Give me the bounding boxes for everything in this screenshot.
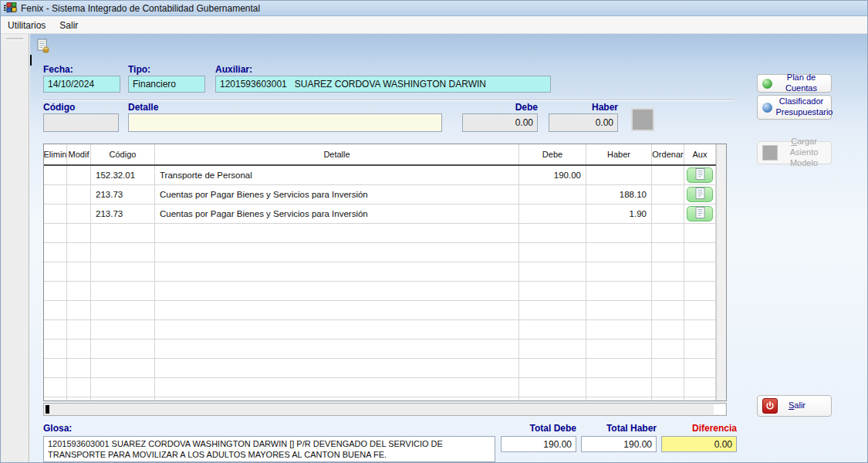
debe-cell[interactable] [519,262,586,281]
plan-de-cuentas-button[interactable]: Plan de Cuentas [757,74,832,93]
detalle-cell[interactable] [155,320,519,339]
table-row-empty[interactable] [44,262,716,282]
table-row-empty[interactable] [44,301,716,320]
clasificador-presupuestario-button[interactable]: Clasificador Presupuestario [757,95,832,120]
debe-cell[interactable] [519,185,586,204]
haber-cell[interactable] [586,320,652,339]
ordenar-cell[interactable] [652,262,684,281]
aux-cell[interactable] [684,340,716,358]
ordenar-cell[interactable] [652,243,684,262]
elimin-cell[interactable] [44,185,67,204]
modif-cell[interactable] [67,166,91,184]
codigo-cell[interactable] [91,359,155,377]
modif-cell[interactable] [67,243,91,262]
detalle-cell[interactable] [155,340,519,358]
detalle-cell[interactable] [155,243,519,262]
detalle-field[interactable] [128,113,442,132]
table-row[interactable]: 152.32.01 Transporte de Personal 190.00 [44,166,716,185]
detalle-cell[interactable]: Cuentas por Pagar Bienes y Servicios par… [155,204,519,223]
codigo-cell[interactable] [91,282,155,300]
ordenar-cell[interactable] [652,320,684,339]
haber-cell[interactable] [586,262,652,281]
ordenar-cell[interactable] [652,282,684,300]
ordenar-cell[interactable] [652,340,684,358]
detalle-cell[interactable]: Cuentas por Pagar Bienes y Servicios par… [155,185,519,204]
debe-cell[interactable] [519,301,586,319]
auxiliar-field[interactable]: 1201593603001 SUAREZ CORDOVA WASHINGTON … [215,76,551,93]
codigo-cell[interactable] [91,378,155,397]
aux-cell[interactable] [684,320,716,339]
aux-button[interactable] [687,187,713,202]
scrollbar-thumb[interactable] [46,405,49,414]
codigo-cell[interactable] [91,301,155,319]
ordenar-cell[interactable] [652,204,684,223]
aux-cell[interactable] [684,262,716,281]
codigo-cell[interactable] [91,262,155,281]
aux-cell[interactable] [684,282,716,300]
detalle-cell[interactable] [155,359,519,377]
codigo-cell[interactable] [91,320,155,339]
codigo-cell[interactable] [91,224,155,242]
aux-cell[interactable] [684,301,716,319]
debe-cell[interactable] [519,282,586,300]
codigo-cell[interactable] [91,340,155,358]
debe-cell[interactable] [519,397,586,401]
debe-cell[interactable] [519,359,586,377]
debe-cell[interactable] [519,340,586,358]
tipo-field[interactable]: Financiero [128,76,205,93]
detalle-cell[interactable] [155,378,519,397]
elimin-cell[interactable] [44,359,67,377]
codigo-cell[interactable]: 152.32.01 [91,166,155,184]
haber-cell[interactable] [586,243,652,262]
table-row-empty[interactable] [44,378,716,397]
detalle-cell[interactable] [155,224,519,242]
elimin-cell[interactable] [44,243,67,262]
aux-cell[interactable] [684,397,716,401]
elimin-cell[interactable] [44,301,67,319]
aux-cell[interactable] [684,224,716,242]
debe-cell[interactable]: 190.00 [519,166,586,184]
menu-salir[interactable]: Salir [52,19,85,32]
table-row-empty[interactable] [44,397,716,401]
ordenar-cell[interactable] [652,224,684,242]
elimin-cell[interactable] [44,262,67,281]
codigo-cell[interactable]: 213.73 [91,204,155,223]
haber-cell[interactable] [586,397,652,401]
document-coins-icon[interactable] [35,39,50,53]
haber-cell[interactable] [586,359,652,377]
haber-cell[interactable] [586,340,652,358]
elimin-cell[interactable] [44,320,67,339]
haber-cell[interactable] [586,224,652,242]
debe-field[interactable]: 0.00 [462,113,538,132]
haber-cell[interactable]: 1.90 [586,204,652,223]
ordenar-cell[interactable] [652,166,684,184]
aux-cell[interactable] [684,243,716,262]
detalle-cell[interactable] [155,282,519,300]
debe-cell[interactable] [519,204,586,223]
elimin-cell[interactable] [44,397,67,401]
modif-cell[interactable] [67,301,91,319]
codigo-cell[interactable]: 213.73 [91,185,155,204]
codigo-cell[interactable] [91,243,155,262]
ordenar-cell[interactable] [652,185,684,204]
elimin-cell[interactable] [44,340,67,358]
elimin-cell[interactable] [44,204,67,223]
debe-cell[interactable] [519,378,586,397]
table-row-empty[interactable] [44,359,716,378]
splitter-grip[interactable] [6,38,23,40]
modif-cell[interactable] [67,397,91,401]
detalle-cell[interactable] [155,397,519,401]
haber-cell[interactable] [586,378,652,397]
debe-cell[interactable] [519,243,586,262]
haber-cell[interactable]: 188.10 [586,185,652,204]
table-row-empty[interactable] [44,243,716,262]
detalle-cell[interactable] [155,262,519,281]
table-row[interactable]: 213.73 Cuentas por Pagar Bienes y Servic… [44,185,716,204]
menu-utilitarios[interactable]: Utilitarios [1,19,52,32]
ordenar-cell[interactable] [652,359,684,377]
table-horizontal-scrollbar[interactable] [43,403,727,416]
modif-cell[interactable] [67,224,91,242]
modif-cell[interactable] [67,185,91,204]
modif-cell[interactable] [67,282,91,300]
modif-cell[interactable] [67,320,91,339]
